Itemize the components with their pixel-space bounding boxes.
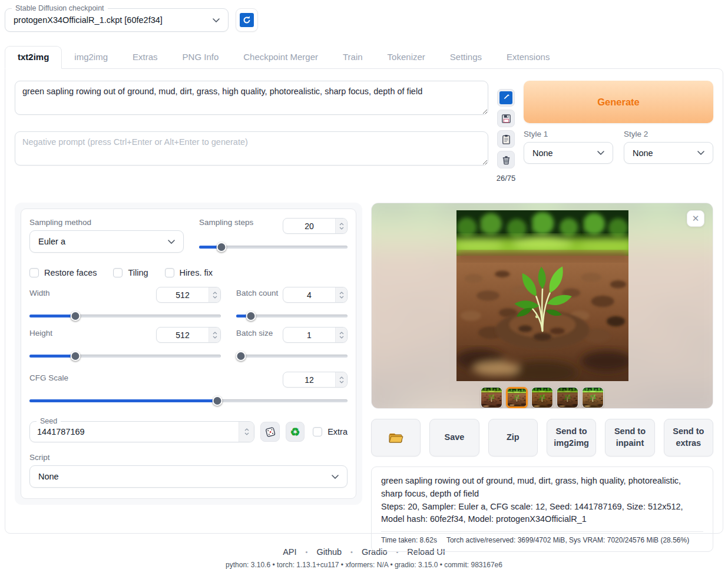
tab-settings[interactable]: Settings bbox=[438, 47, 494, 68]
spinner[interactable] bbox=[209, 327, 220, 342]
spinner[interactable] bbox=[209, 287, 220, 302]
spinner[interactable] bbox=[335, 372, 347, 387]
width-group: Width 512 bbox=[29, 287, 221, 321]
cfg-input[interactable]: 12 bbox=[283, 372, 348, 388]
prompt-input[interactable]: green sapling rowing out of ground, mud,… bbox=[15, 81, 488, 115]
gallery-thumbnail-5[interactable] bbox=[582, 387, 604, 408]
spinner[interactable] bbox=[239, 422, 254, 442]
extra-seed-label: Extra bbox=[327, 427, 348, 436]
batch-count-group: Batch count 4 bbox=[236, 287, 348, 321]
checkpoint-label: Stable Diffusion checkpoint bbox=[12, 4, 108, 12]
txt2img-panel: green sapling rowing out of ground, mud,… bbox=[5, 68, 723, 534]
save-style-button[interactable] bbox=[497, 110, 515, 127]
checkbox-box bbox=[113, 268, 123, 277]
sampling-steps-value: 20 bbox=[283, 219, 335, 233]
batch-size-slider[interactable] bbox=[236, 350, 348, 361]
paintbrush-icon bbox=[499, 91, 512, 104]
tab-bar: txt2imgimg2imgExtrasPNG InfoCheckpoint M… bbox=[5, 46, 723, 68]
style1-group: Style 1 None bbox=[524, 130, 613, 164]
script-group: Script None bbox=[29, 453, 348, 488]
tab-extensions[interactable]: Extensions bbox=[494, 47, 562, 68]
style1-value: None bbox=[532, 148, 553, 158]
open-folder-button[interactable] bbox=[371, 419, 421, 456]
prompt-column: green sapling rowing out of ground, mud,… bbox=[15, 81, 488, 183]
results-column: ✕ SaveZipSend to img2imgSend to inpaintS… bbox=[371, 203, 713, 552]
width-value: 512 bbox=[157, 287, 209, 302]
gallery-thumbnail-4[interactable] bbox=[557, 387, 578, 408]
generation-info: green sapling rowing out of ground, mud,… bbox=[371, 467, 713, 552]
negative-prompt-input[interactable] bbox=[15, 131, 488, 166]
height-input[interactable]: 512 bbox=[156, 327, 221, 343]
extra-seed-checkbox[interactable]: Extra bbox=[313, 427, 348, 436]
parameters-card: Sampling method Euler a Sampling steps 2… bbox=[21, 209, 356, 499]
batch-count-input[interactable]: 4 bbox=[283, 287, 348, 303]
close-icon: ✕ bbox=[692, 213, 700, 224]
restore-faces-checkbox[interactable]: Restore faces bbox=[29, 268, 97, 277]
reuse-seed-button[interactable]: ♻ bbox=[286, 422, 305, 442]
tab-extras[interactable]: Extras bbox=[120, 47, 170, 68]
height-value: 512 bbox=[157, 327, 209, 342]
gallery-thumbnail-2[interactable] bbox=[506, 387, 528, 408]
send-to-inpaint-button[interactable]: Send to inpaint bbox=[605, 419, 654, 456]
random-seed-button[interactable] bbox=[260, 422, 279, 442]
generate-button[interactable]: Generate bbox=[524, 81, 713, 123]
close-gallery-button[interactable]: ✕ bbox=[687, 210, 704, 227]
header: Stable Diffusion checkpoint protogenX34O… bbox=[0, 0, 728, 32]
send-to-img2img-button[interactable]: Send to img2img bbox=[547, 419, 596, 456]
seed-value: 1441787169 bbox=[30, 422, 239, 442]
height-label: Height bbox=[29, 329, 52, 338]
style1-select[interactable]: None bbox=[524, 142, 613, 164]
width-label: Width bbox=[29, 289, 50, 297]
sampling-steps-group: Sampling steps 20 bbox=[199, 218, 348, 253]
style2-value: None bbox=[633, 148, 653, 158]
zip-button[interactable]: Zip bbox=[488, 419, 538, 456]
clear-prompt-button[interactable] bbox=[497, 151, 515, 168]
tab-txt2img[interactable]: txt2img bbox=[5, 46, 62, 69]
cfg-group: CFG Scale 12 bbox=[29, 372, 348, 406]
prompt-tools: 26/75 bbox=[497, 81, 515, 183]
floppy-disk-icon bbox=[501, 113, 512, 124]
height-slider[interactable] bbox=[29, 350, 221, 361]
width-input[interactable]: 512 bbox=[156, 287, 221, 303]
main-row: Sampling method Euler a Sampling steps 2… bbox=[15, 203, 713, 552]
script-select[interactable]: None bbox=[29, 465, 348, 488]
parameters-panel: Sampling method Euler a Sampling steps 2… bbox=[15, 203, 362, 505]
sampling-method-select[interactable]: Euler a bbox=[29, 230, 184, 253]
seed-input[interactable]: 1441787169 bbox=[29, 421, 254, 442]
trash-icon bbox=[501, 154, 512, 166]
refresh-checkpoints-button[interactable] bbox=[236, 8, 258, 32]
sampling-method-group: Sampling method Euler a bbox=[29, 218, 184, 253]
width-slider[interactable] bbox=[29, 310, 221, 321]
chevron-down-icon bbox=[168, 240, 175, 244]
spinner[interactable] bbox=[335, 219, 347, 233]
style2-select[interactable]: None bbox=[624, 142, 713, 164]
paintbrush-button[interactable] bbox=[497, 89, 515, 107]
apply-style-button[interactable] bbox=[497, 130, 515, 148]
send-to-extras-button[interactable]: Send to extras bbox=[664, 419, 713, 456]
tab-train[interactable]: Train bbox=[330, 47, 375, 68]
tab-img2img[interactable]: img2img bbox=[62, 47, 120, 68]
gallery-thumbnail-1[interactable] bbox=[481, 387, 502, 408]
sampling-steps-input[interactable]: 20 bbox=[283, 218, 348, 234]
sampling-steps-slider[interactable] bbox=[199, 242, 348, 252]
tab-tokenizer[interactable]: Tokenizer bbox=[375, 47, 438, 68]
footer-versions: python: 3.10.6 • torch: 1.13.1+cu117 • x… bbox=[0, 561, 728, 569]
generated-image[interactable] bbox=[456, 210, 628, 381]
cfg-slider[interactable] bbox=[29, 395, 348, 406]
tab-png-info[interactable]: PNG Info bbox=[170, 47, 231, 68]
tab-checkpoint-merger[interactable]: Checkpoint Merger bbox=[231, 47, 330, 68]
save-button[interactable]: Save bbox=[429, 419, 479, 456]
tiling-checkbox[interactable]: Tiling bbox=[113, 268, 148, 277]
batch-size-input[interactable]: 1 bbox=[283, 327, 348, 343]
gallery-thumbnail-3[interactable] bbox=[531, 387, 553, 408]
spinner[interactable] bbox=[335, 327, 347, 342]
sampling-steps-label: Sampling steps bbox=[199, 218, 253, 227]
cfg-value: 12 bbox=[283, 372, 335, 387]
chevron-down-icon bbox=[597, 151, 604, 155]
time-taken-text: Time taken: 8.62s bbox=[381, 535, 437, 545]
spinner[interactable] bbox=[335, 287, 347, 302]
hires-fix-checkbox[interactable]: Hires. fix bbox=[165, 268, 213, 277]
batch-count-slider[interactable] bbox=[236, 310, 348, 321]
stable-diffusion-webui: Stable Diffusion checkpoint protogenX34O… bbox=[0, 0, 728, 569]
recycle-icon: ♻ bbox=[290, 426, 300, 438]
